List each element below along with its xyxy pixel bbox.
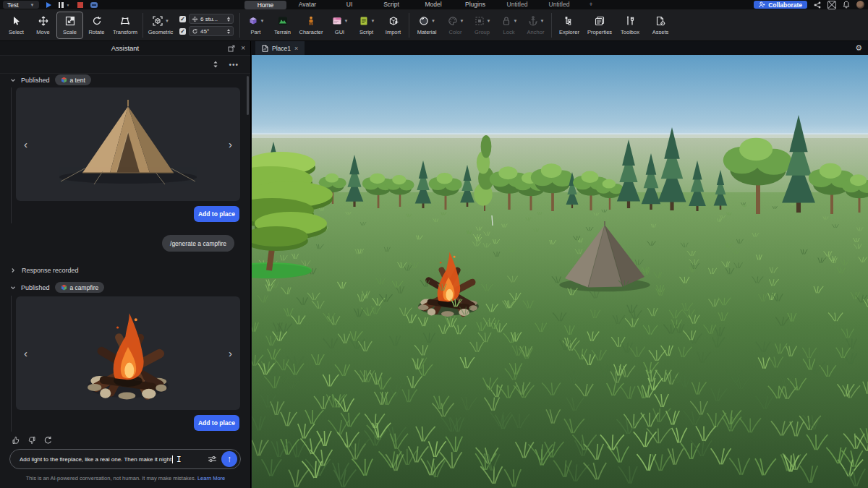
send-message-button[interactable]: ↑ xyxy=(221,451,237,467)
move-snap-icon xyxy=(192,16,198,22)
add-to-place-button-campfire[interactable]: Add to place xyxy=(194,415,239,431)
assistant-chat-input[interactable]: Add light to the fireplace, like a real … xyxy=(9,449,241,469)
campfire-asset-badge[interactable]: a campfire xyxy=(55,282,105,293)
next-variant-button[interactable]: › xyxy=(229,348,232,359)
group-button[interactable]: ▼ Group xyxy=(469,12,495,39)
collaborate-button[interactable]: Collaborate xyxy=(754,1,807,9)
published-tent-row[interactable]: Published a tent xyxy=(10,74,91,85)
test-mode-dropdown[interactable]: Test ▼ xyxy=(3,1,39,9)
thumbs-up-icon[interactable] xyxy=(12,436,20,445)
chevron-down-icon: ▼ xyxy=(371,19,375,23)
pause-button[interactable]: ▼ xyxy=(59,2,70,8)
explorer-button[interactable]: Explorer xyxy=(554,12,584,39)
input-settings-sliders-icon[interactable] xyxy=(208,455,217,463)
menu-tab-ui[interactable]: UI xyxy=(328,0,370,9)
terrain-button[interactable]: Terrain xyxy=(269,12,296,39)
material-sphere-icon xyxy=(418,15,430,27)
feedback-row xyxy=(12,436,52,445)
next-variant-button[interactable]: › xyxy=(229,139,232,150)
resume-icon[interactable] xyxy=(90,2,98,8)
resize-handle-icon[interactable] xyxy=(213,61,218,68)
close-tab-icon[interactable]: × xyxy=(294,45,298,52)
import-icon xyxy=(388,15,399,27)
close-panel-icon[interactable]: × xyxy=(241,44,245,52)
lock-button[interactable]: ▼ Lock xyxy=(495,12,522,39)
menu-tab-script[interactable]: Script xyxy=(370,0,412,9)
model-icon xyxy=(61,284,67,291)
explorer-icon xyxy=(563,15,575,27)
collaborate-label: Collaborate xyxy=(768,1,802,9)
thumbs-down-icon[interactable] xyxy=(27,436,36,445)
toolbox-button[interactable]: Toolbox xyxy=(615,12,645,39)
add-to-place-button-tent[interactable]: Add to place xyxy=(194,206,239,222)
capture-icon[interactable] xyxy=(827,1,836,9)
menu-tab-plugins[interactable]: Plugins xyxy=(454,0,496,9)
assistant-scrollbar[interactable] xyxy=(247,76,249,115)
script-icon xyxy=(358,15,370,27)
menu-tab-model[interactable]: Model xyxy=(412,0,454,9)
viewport-area: Place1 × ⚙ xyxy=(252,41,868,488)
geometric-mode-button[interactable]: ▼ Geometric xyxy=(145,12,176,39)
anchor-button[interactable]: ▼ Anchor xyxy=(522,12,549,39)
transform-tool-button[interactable]: Transform xyxy=(110,12,140,39)
add-tab-button[interactable]: + xyxy=(580,0,602,9)
color-palette-icon xyxy=(447,15,459,27)
viewport-settings-gear-icon[interactable]: ⚙ xyxy=(855,41,862,55)
more-options-icon[interactable]: ••• xyxy=(229,61,239,69)
mouse-ibeam-cursor: I xyxy=(176,455,182,464)
snap-rotate-stepper[interactable] xyxy=(226,29,231,34)
chevron-down-icon: ▼ xyxy=(431,19,435,23)
chevron-down-icon xyxy=(10,77,16,83)
part-button[interactable]: ▼ Part xyxy=(242,12,269,39)
snap-move-checkbox[interactable]: ✓ xyxy=(179,16,186,22)
share-icon[interactable] xyxy=(814,1,821,9)
place-document-icon xyxy=(262,45,268,52)
assistant-panel: Assistant × ••• Published xyxy=(0,41,251,488)
notifications-bell-icon[interactable] xyxy=(843,1,850,9)
response-recorded-row[interactable]: Response recorded xyxy=(10,267,79,274)
move-tool-button[interactable]: Move xyxy=(30,12,56,39)
previous-variant-button[interactable]: ‹ xyxy=(24,348,27,359)
place-tab[interactable]: Place1 × xyxy=(255,41,305,55)
group-icon xyxy=(474,15,485,27)
previous-variant-button[interactable]: ‹ xyxy=(24,139,27,150)
properties-button[interactable]: Properties xyxy=(584,12,615,39)
menu-tab-untitled-1[interactable]: Untitled xyxy=(496,0,538,9)
thread-line xyxy=(11,87,12,223)
title-bar: Test ▼ ▼ Home Avatar UI Script Model Plu… xyxy=(0,0,868,9)
material-button[interactable]: ▼ Material xyxy=(412,12,442,39)
select-tool-button[interactable]: Select xyxy=(3,12,30,39)
published-campfire-row[interactable]: Published a campfire xyxy=(10,282,104,293)
play-button[interactable] xyxy=(46,2,51,8)
menu-tab-home[interactable]: Home xyxy=(244,1,286,9)
menu-tab-avatar[interactable]: Avatar xyxy=(286,0,328,9)
import-button[interactable]: Import xyxy=(380,12,407,39)
color-button[interactable]: ▼ Color xyxy=(442,12,469,39)
chevron-down-icon: ▼ xyxy=(460,19,464,23)
user-avatar[interactable] xyxy=(856,1,864,9)
regenerate-icon[interactable] xyxy=(43,436,52,445)
assets-button[interactable]: Assets xyxy=(645,12,676,39)
chevron-down-icon: ▼ xyxy=(260,19,265,23)
script-button[interactable]: ▼ Script xyxy=(353,12,380,39)
snap-move-stepper[interactable] xyxy=(226,17,231,22)
snap-move-field[interactable]: 6 stu... xyxy=(189,14,234,24)
assets-icon xyxy=(655,15,666,27)
gui-button[interactable]: ▼ GUI xyxy=(326,12,353,39)
menu-tab-untitled-2[interactable]: Untitled xyxy=(538,0,580,9)
tent-asset-badge[interactable]: a tent xyxy=(55,74,91,85)
chevron-down-icon: ▼ xyxy=(30,3,35,7)
stop-button[interactable] xyxy=(77,2,83,8)
3d-scene-canvas xyxy=(252,55,868,488)
scale-tool-button[interactable]: Scale xyxy=(56,12,83,39)
snap-rotate-checkbox[interactable]: ✓ xyxy=(179,28,186,35)
person-plus-icon xyxy=(759,1,765,8)
snap-rotate-field[interactable]: 45° xyxy=(189,26,234,36)
popout-panel-icon[interactable] xyxy=(228,45,235,52)
character-button[interactable]: Character xyxy=(296,12,326,39)
viewport-3d-scene[interactable] xyxy=(252,55,868,488)
geometric-icon xyxy=(152,15,163,27)
learn-more-link[interactable]: Learn More xyxy=(197,475,225,481)
rotate-tool-button[interactable]: Rotate xyxy=(83,12,110,39)
tent-preview-image xyxy=(16,87,240,201)
